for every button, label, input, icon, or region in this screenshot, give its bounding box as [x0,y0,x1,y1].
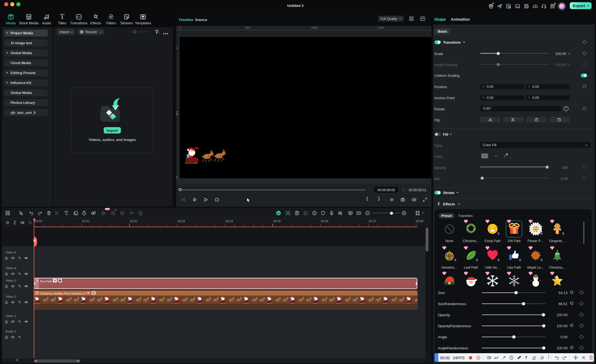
svg-text:AI: AI [140,214,142,216]
svg-text:AI: AI [114,214,116,215]
